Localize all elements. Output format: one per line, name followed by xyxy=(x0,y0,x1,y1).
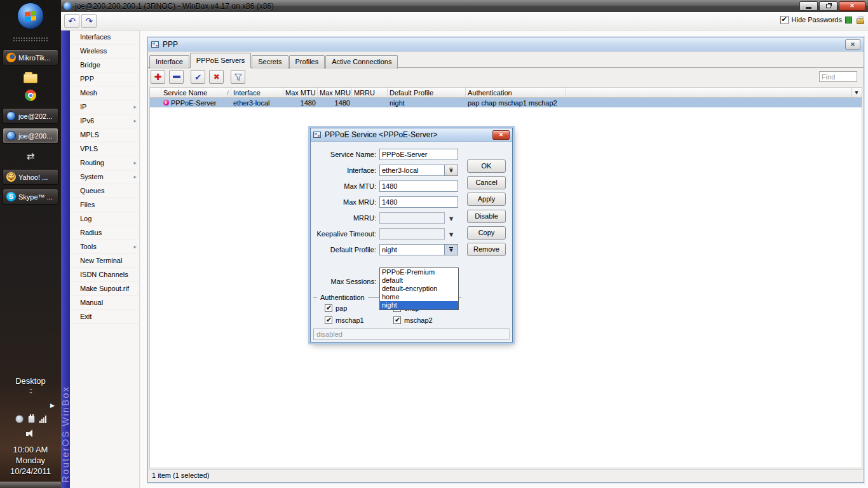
sidebar-item-files[interactable]: Files xyxy=(70,198,139,212)
combo-dropdown-button[interactable] xyxy=(445,244,458,255)
pap-checkbox[interactable] xyxy=(325,304,332,312)
field-input-max-mru[interactable] xyxy=(379,196,458,208)
combo-dropdown-button[interactable] xyxy=(445,165,458,176)
ppp-titlebar[interactable]: PPP ✕ xyxy=(148,37,864,51)
tab-interface[interactable]: Interface xyxy=(149,55,189,69)
close-button[interactable]: ✕ xyxy=(839,1,865,11)
sidebar-item-new-terminal[interactable]: New Terminal xyxy=(70,254,139,268)
sidebar-item-mpls[interactable]: MPLS xyxy=(70,128,139,142)
column-header-interface[interactable]: Interface xyxy=(231,88,283,97)
sidebar-item-routing[interactable]: Routing xyxy=(70,156,139,170)
column-header-mrru[interactable]: MRRU xyxy=(352,88,388,97)
add-button[interactable] xyxy=(151,70,165,84)
mschap2-checkbox[interactable] xyxy=(393,316,401,324)
sidebar-item-vpls[interactable]: VPLS xyxy=(70,142,139,156)
table-header-cells: Service NameInterfaceMax MTUMax MRUMRRUD… xyxy=(150,88,851,97)
column-filter-dropdown[interactable] xyxy=(851,88,862,97)
enable-button[interactable] xyxy=(191,70,205,84)
column-header-max-mtu[interactable]: Max MTU xyxy=(283,88,318,97)
dropdown-option-default-encryption[interactable]: default-encryption xyxy=(380,285,458,293)
cancel-button[interactable]: Cancel xyxy=(467,176,506,189)
column-header-authentication[interactable]: Authentication xyxy=(466,88,566,97)
taskbar-button-joe202[interactable]: joe@202... xyxy=(3,108,58,124)
sidebar-item-ip[interactable]: IP xyxy=(70,100,139,114)
column-header-max-mru[interactable]: Max MRU xyxy=(318,88,352,97)
tab-secrets[interactable]: Secrets xyxy=(252,55,288,69)
window-titlebar[interactable]: joe@200.200.200.1 (3RNOC) - WinBox v4.17… xyxy=(61,0,868,12)
field-input-max-mtu[interactable] xyxy=(379,180,458,192)
column-header-default-profile[interactable]: Default Profile xyxy=(388,88,466,97)
column-header-flags[interactable] xyxy=(150,88,161,97)
minimize-button[interactable] xyxy=(799,1,818,11)
sidebar-item-ipv6[interactable]: IPv6 xyxy=(70,114,139,128)
chrome-icon[interactable] xyxy=(25,90,36,101)
dropdown-option-pppoe-premium[interactable]: PPPoE-Premium xyxy=(380,268,458,276)
sidebar-item-radius[interactable]: Radius xyxy=(70,226,139,240)
tab-pppoe-servers[interactable]: PPPoE Servers xyxy=(190,53,251,68)
sidebar-item-system[interactable]: System xyxy=(70,170,139,184)
apply-button[interactable]: Apply xyxy=(467,193,506,206)
sidebar-item-label: IP xyxy=(80,100,133,114)
speaker-icon[interactable] xyxy=(26,430,36,438)
tab-active-connections[interactable]: Active Connections xyxy=(325,55,398,69)
power-plug-icon[interactable] xyxy=(28,416,35,423)
redo-button[interactable] xyxy=(81,14,97,28)
table-row[interactable]: PPPoE-Serverether3-local14801480nightpap… xyxy=(150,98,862,107)
taskbar-button-skype[interactable]: S Skype™ ... xyxy=(3,189,58,205)
show-desktop-button[interactable] xyxy=(0,482,61,488)
field-input-service-name[interactable] xyxy=(379,149,458,160)
start-button[interactable] xyxy=(17,3,44,29)
dropdown-option-default[interactable]: default xyxy=(380,276,458,285)
ok-button[interactable]: OK xyxy=(467,159,506,173)
remove-item-button[interactable] xyxy=(169,70,184,84)
ppp-close-button[interactable]: ✕ xyxy=(845,39,860,50)
sidebar-item-label: Log xyxy=(80,212,137,226)
messenger-tray-icon[interactable] xyxy=(15,415,24,423)
dialog-close-button[interactable]: ✕ xyxy=(492,130,510,140)
taskbar-button-yahoo[interactable]: Yahoo! ... xyxy=(3,169,58,185)
taskbar-button-mikrotik[interactable]: MikroTik... xyxy=(3,50,58,65)
desktop-label[interactable]: Desktop xyxy=(15,376,46,386)
sidebar-item-interfaces[interactable]: Interfaces xyxy=(70,30,139,44)
remove-button[interactable]: Remove xyxy=(467,243,506,256)
sidebar-item-wireless[interactable]: Wireless xyxy=(70,44,139,58)
undo-button[interactable] xyxy=(64,14,79,28)
restore-button[interactable] xyxy=(819,1,837,11)
find-input[interactable] xyxy=(819,71,857,82)
chevron-down-icon[interactable]: ⌄⌄ xyxy=(29,387,33,393)
copy-button[interactable]: Copy xyxy=(467,226,506,240)
dropdown-option-home[interactable]: home xyxy=(380,293,458,301)
sidebar-item-bridge[interactable]: Bridge xyxy=(70,58,139,72)
sidebar-item-exit[interactable]: Exit xyxy=(70,310,139,324)
hide-passwords-checkbox[interactable] xyxy=(780,16,789,24)
disable-button[interactable]: Disable xyxy=(467,210,506,223)
taskbar-clock[interactable]: 10:00 AM Monday 10/24/2011 xyxy=(10,444,51,477)
field-input-interface[interactable] xyxy=(379,165,445,176)
sidebar-item-manual[interactable]: Manual xyxy=(70,296,139,310)
network-signal-icon[interactable] xyxy=(39,416,46,423)
taskbar-button-joe200[interactable]: joe@200... xyxy=(3,128,58,144)
folder-icon[interactable] xyxy=(24,74,37,83)
tray-expand-icon[interactable]: ▶ xyxy=(50,402,55,409)
cell-value: 1480 xyxy=(335,99,350,107)
column-header-service-name[interactable]: Service Name xyxy=(161,88,231,97)
network-share-icon[interactable]: ⇄ xyxy=(27,151,35,162)
dialog-titlebar[interactable]: PPPoE Service <PPPoE-Server> ✕ xyxy=(311,128,512,142)
sidebar-item-make-supout-rif[interactable]: Make Supout.rif xyxy=(70,282,139,296)
tab-profiles[interactable]: Profiles xyxy=(289,55,325,69)
filter-button[interactable] xyxy=(231,70,245,84)
field-input-default-profile[interactable] xyxy=(379,244,445,255)
sidebar-item-isdn-channels[interactable]: ISDN Channels xyxy=(70,268,139,282)
sidebar-item-log[interactable]: Log xyxy=(70,212,139,226)
disable-item-button[interactable] xyxy=(209,70,224,84)
connection-status-icon xyxy=(845,17,852,24)
dropdown-option-night[interactable]: night xyxy=(380,301,458,309)
sidebar-item-ppp[interactable]: PPP xyxy=(70,72,139,86)
sidebar-item-mesh[interactable]: Mesh xyxy=(70,86,139,100)
cell-value: night xyxy=(390,99,405,107)
sidebar-item-label: Queues xyxy=(80,184,137,198)
app-toolbar: Hide Passwords xyxy=(61,12,868,30)
sidebar-item-queues[interactable]: Queues xyxy=(70,184,139,198)
sidebar-item-tools[interactable]: Tools xyxy=(70,240,139,254)
mschap1-checkbox[interactable] xyxy=(325,316,332,324)
